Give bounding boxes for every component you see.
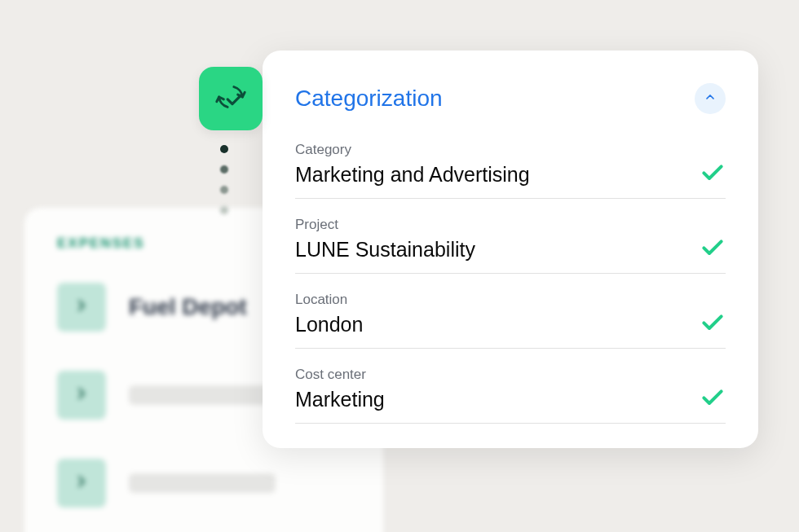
field-value: Marketing and Advertising [295,163,683,187]
expense-label-placeholder [129,385,276,405]
field-project[interactable]: Project LUNE Sustainability [295,217,726,274]
expense-row[interactable] [57,459,351,508]
field-label: Category [295,142,683,158]
field-value: London [295,313,683,336]
check-icon [700,234,726,262]
collapse-button[interactable] [695,83,726,114]
trail-dot [220,145,228,153]
trail-dot [220,186,228,194]
chevron-right-icon [73,297,90,318]
refresh-check-icon [212,78,249,119]
expense-label: Fuel Depot [129,294,247,320]
field-label: Location [295,292,683,308]
check-icon [700,159,726,187]
field-cost-center[interactable]: Cost center Marketing [295,367,726,424]
field-location[interactable]: Location London [295,292,726,349]
check-icon [700,384,726,411]
sync-badge [199,67,263,130]
field-value: Marketing [295,388,683,411]
card-header: Categorization [295,83,726,114]
chevron-right-icon [73,473,90,494]
expand-button[interactable] [57,371,106,420]
chevron-up-icon [704,90,717,107]
field-value: LUNE Sustainability [295,238,683,262]
categorization-card: Categorization Category Marketing and Ad… [263,51,758,448]
expense-label-placeholder [129,473,276,493]
expand-button[interactable] [57,459,106,508]
field-label: Project [295,217,683,233]
check-icon [700,309,726,336]
chevron-right-icon [73,385,90,406]
field-label: Cost center [295,367,683,383]
trail-dot [220,206,228,214]
dots-trail [220,145,228,214]
trail-dot [220,165,228,174]
expand-button[interactable] [57,283,106,332]
card-title: Categorization [295,86,443,112]
field-category[interactable]: Category Marketing and Advertising [295,142,726,199]
